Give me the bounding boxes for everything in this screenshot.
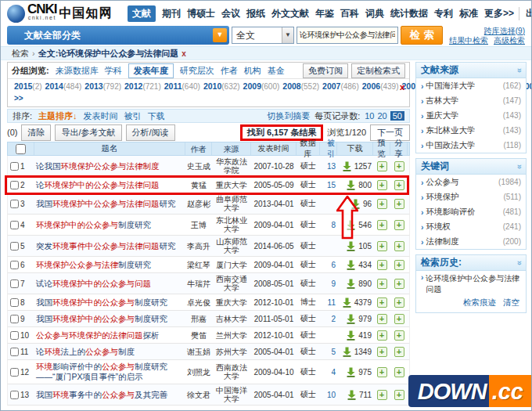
search-button[interactable]: 检索 bbox=[401, 26, 443, 45]
share-icon[interactable]: + bbox=[394, 220, 404, 230]
group-tab[interactable]: 机构 bbox=[244, 65, 261, 77]
download-icon[interactable] bbox=[342, 347, 352, 357]
row-checkbox[interactable] bbox=[10, 242, 19, 251]
top-nav-item[interactable]: 年鉴 bbox=[315, 7, 334, 20]
share-icon[interactable]: + bbox=[394, 161, 404, 171]
facet-item[interactable]: ›重庆大学(143) bbox=[416, 108, 526, 123]
preview-icon[interactable]: + bbox=[377, 241, 387, 251]
row-checkbox[interactable] bbox=[10, 162, 19, 171]
download-icon[interactable] bbox=[346, 314, 356, 324]
top-nav-item[interactable]: 博硕士 bbox=[187, 7, 215, 20]
top-nav-item[interactable]: 期刊 bbox=[162, 7, 181, 20]
facet-item[interactable]: ›中国海洋大学(162) bbox=[416, 78, 526, 93]
preview-icon[interactable]: + bbox=[377, 390, 387, 400]
facet-item[interactable]: ›环境权(241) bbox=[416, 219, 526, 234]
author-link[interactable]: 史玉成 bbox=[187, 162, 210, 171]
row-checkbox[interactable] bbox=[10, 279, 19, 288]
preview-icon[interactable]: + bbox=[377, 180, 387, 190]
top-nav-item[interactable]: 报纸 bbox=[246, 7, 265, 20]
top-nav-item[interactable]: 外文文献 bbox=[271, 7, 309, 20]
download-icon[interactable] bbox=[346, 330, 356, 341]
search-trace-link[interactable]: 检索痕迹 bbox=[463, 297, 496, 308]
preview-icon[interactable]: + bbox=[377, 314, 387, 324]
share-icon[interactable]: + bbox=[394, 330, 404, 341]
year-filter-link[interactable]: 2009(600) bbox=[243, 82, 280, 91]
top-nav-item[interactable]: 标准 bbox=[459, 7, 478, 20]
result-title-link[interactable]: 环境影响评价中的公众参与制度研究——“厦门PX项目事件”的启示 bbox=[36, 362, 184, 382]
author-link[interactable]: 刘照龙 bbox=[187, 368, 210, 377]
year-filter-link[interactable]: 2011(640) bbox=[164, 82, 200, 91]
sort-option[interactable]: 发表时间↓ bbox=[84, 110, 118, 122]
year-filter-link[interactable]: 2006(439) bbox=[362, 82, 399, 91]
download-icon[interactable] bbox=[346, 180, 356, 190]
result-title-link[interactable]: 突发环境事件中公众参与法律问题研究 bbox=[36, 241, 184, 251]
year-filter-link[interactable]: 2008(552) bbox=[282, 82, 319, 91]
row-checkbox[interactable] bbox=[10, 368, 19, 377]
remove-filter-icon[interactable]: x bbox=[182, 49, 186, 58]
row-checkbox[interactable] bbox=[10, 181, 19, 189]
preview-icon[interactable]: + bbox=[377, 297, 387, 308]
field-select[interactable]: 全文 ▼ bbox=[232, 27, 294, 44]
author-link[interactable]: 牛瑞芹 bbox=[187, 279, 210, 288]
preview-icon[interactable]: + bbox=[377, 161, 387, 171]
author-link[interactable]: 黄猛 bbox=[191, 181, 207, 189]
share-icon[interactable]: + bbox=[394, 260, 404, 270]
toolbar-button[interactable]: 清除 bbox=[21, 124, 51, 141]
group-tab[interactable]: 来源数据库 bbox=[56, 65, 99, 77]
download-icon[interactable] bbox=[342, 297, 352, 308]
row-checkbox[interactable] bbox=[10, 315, 19, 323]
facet-item[interactable]: ›环境保护(511) bbox=[416, 189, 526, 204]
top-nav-item[interactable]: 文献 bbox=[128, 5, 156, 22]
download-icon[interactable] bbox=[346, 367, 356, 377]
download-icon[interactable] bbox=[342, 161, 352, 171]
result-title-link[interactable]: 我国环境保护中的公众参与制度研究 bbox=[36, 297, 184, 308]
top-nav-item[interactable]: 统计数据 bbox=[390, 7, 428, 20]
top-nav-item[interactable]: 百科 bbox=[340, 7, 359, 20]
result-title-link[interactable]: 试论环境保护中的公众参与问题 bbox=[36, 279, 184, 289]
download-icon[interactable] bbox=[346, 260, 356, 270]
category-select-button[interactable]: 文献全部分类 ▼ bbox=[7, 26, 229, 45]
top-nav-item[interactable]: 词典 bbox=[365, 7, 384, 20]
sort-option[interactable]: 下载↓ bbox=[148, 110, 165, 122]
page-size-option[interactable]: 20 bbox=[378, 111, 387, 121]
preview-icon[interactable]: + bbox=[377, 367, 387, 377]
author-link[interactable]: 李高升 bbox=[187, 242, 210, 251]
group-tab[interactable]: 发表年度 bbox=[128, 63, 174, 78]
clear-history-link[interactable]: 清空 bbox=[503, 297, 519, 308]
result-title-link[interactable]: 环境保护中的公众参与制度研究 bbox=[36, 220, 184, 230]
year-filter-link[interactable]: 2007(486) bbox=[322, 82, 359, 91]
author-link[interactable]: 梁红琴 bbox=[187, 261, 210, 269]
download-icon[interactable] bbox=[350, 199, 361, 209]
source-link[interactable]: 兰州大学 bbox=[216, 331, 247, 340]
source-link[interactable]: 吉林大学 bbox=[216, 315, 247, 323]
sort-option[interactable]: 主题排序↓ bbox=[38, 110, 77, 122]
result-title-link[interactable]: 论我国环境保护公众参与法律制度 bbox=[36, 161, 184, 171]
top-nav-item[interactable]: 更多>> bbox=[484, 7, 514, 20]
source-link[interactable]: 华东政法学院 bbox=[216, 157, 247, 175]
top-nav-item[interactable]: 会议 bbox=[221, 7, 240, 20]
share-icon[interactable]: + bbox=[394, 180, 404, 190]
row-checkbox[interactable] bbox=[10, 221, 19, 229]
facet-item[interactable]: ›东北林业大学(143) bbox=[416, 123, 526, 138]
row-checkbox[interactable] bbox=[10, 331, 19, 340]
switch-to-summary-link[interactable]: 切换到摘要 bbox=[267, 110, 310, 122]
toolbar-button[interactable]: 分析/阅读 bbox=[126, 124, 175, 141]
share-icon[interactable]: + bbox=[394, 390, 404, 400]
advanced-search-link[interactable]: 高级检索 bbox=[494, 36, 525, 45]
share-icon[interactable]: + bbox=[394, 279, 404, 289]
preview-icon[interactable]: + bbox=[377, 330, 387, 341]
author-link[interactable]: 赵彦彬 bbox=[187, 200, 210, 208]
preview-icon[interactable]: + bbox=[377, 260, 387, 270]
row-checkbox[interactable] bbox=[10, 261, 19, 269]
source-link[interactable]: 西南政法大学 bbox=[216, 363, 247, 380]
author-link[interactable]: 邢嘉 bbox=[191, 315, 207, 323]
share-icon[interactable]: + bbox=[394, 347, 404, 357]
group-tab[interactable]: 研究层次 bbox=[180, 65, 214, 77]
row-checkbox[interactable] bbox=[10, 298, 19, 307]
result-title-link[interactable]: 我国环境保护中公众参与法律问题研究 bbox=[36, 199, 184, 209]
result-title-link[interactable]: 我国环境保护中的公众参与制度研究 bbox=[36, 314, 184, 324]
collapse-icon[interactable]: « bbox=[514, 67, 523, 72]
result-title-link[interactable]: 论环境法上的公众参与制度 bbox=[36, 347, 184, 357]
result-title-link[interactable]: 论环境保护中的公众参与法律问题 bbox=[36, 180, 184, 190]
close-year-facet-icon[interactable]: x bbox=[400, 81, 404, 93]
